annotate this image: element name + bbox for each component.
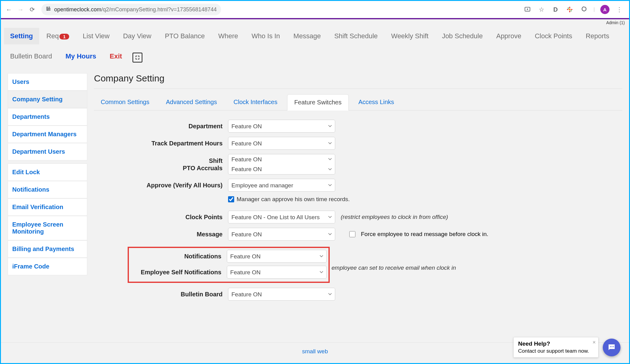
subtab-advanced[interactable]: Advanced Settings bbox=[159, 94, 224, 110]
profile-avatar[interactable]: A bbox=[600, 5, 609, 14]
primary-nav: Setting Req1 List View Day View PTO Bala… bbox=[1, 26, 629, 66]
chat-bubble-icon[interactable] bbox=[603, 339, 621, 356]
url-path: /q2/mCompanySetting.html?v=1735568148744 bbox=[101, 6, 217, 13]
svg-point-15 bbox=[613, 346, 614, 347]
fullscreen-icon[interactable] bbox=[133, 53, 142, 62]
help-title: Need Help? bbox=[518, 340, 589, 347]
tab-day-view[interactable]: Day View bbox=[117, 28, 158, 44]
subtab-common[interactable]: Common Settings bbox=[94, 94, 156, 110]
bookmark-star-icon[interactable]: ☆ bbox=[537, 5, 546, 14]
browser-menu-icon[interactable]: ⋮ bbox=[615, 5, 624, 14]
svg-point-12 bbox=[571, 10, 572, 12]
link-go-to-top[interactable]: Go To Top bbox=[478, 363, 509, 364]
label-notifications: Notifications bbox=[131, 253, 221, 260]
subtab-bar: Common Settings Advanced Settings Clock … bbox=[94, 94, 622, 111]
sidebar-item-iframe[interactable]: iFrame Code bbox=[8, 258, 87, 275]
tab-pto-balance[interactable]: PTO Balance bbox=[159, 28, 211, 44]
site-settings-icon[interactable] bbox=[46, 6, 51, 13]
select-bulletin-board[interactable]: Feature ON bbox=[228, 288, 335, 301]
sidebar-item-notifications[interactable]: Notifications bbox=[8, 181, 87, 198]
select-message[interactable]: Feature ON bbox=[228, 228, 335, 241]
close-icon[interactable]: × bbox=[592, 339, 596, 346]
svg-point-11 bbox=[568, 8, 569, 9]
sidebar-item-email-verification[interactable]: Email Verification bbox=[8, 198, 87, 216]
sidebar-item-dept-users[interactable]: Department Users bbox=[8, 143, 87, 160]
label-shift: Shift bbox=[94, 157, 223, 164]
link-brand[interactable]: OpenTimeClock.com bbox=[121, 363, 180, 364]
tab-where[interactable]: Where bbox=[212, 28, 244, 44]
label-track-dept-hours: Track Department Hours bbox=[94, 140, 223, 147]
svg-rect-0 bbox=[47, 7, 48, 8]
highlight-notifications: Notifications Feature ON Employee Self N… bbox=[128, 247, 330, 283]
select-notifications[interactable]: Feature ON bbox=[227, 250, 327, 263]
note-self-notifications: employee can set to receive email when c… bbox=[332, 265, 456, 271]
select-self-notifications[interactable]: Feature ON bbox=[227, 266, 327, 279]
subtab-feature-switches[interactable]: Feature Switches bbox=[287, 94, 349, 111]
tab-shift-schedule[interactable]: Shift Schedule bbox=[328, 28, 384, 44]
sidebar-item-company-setting[interactable]: Company Setting bbox=[8, 91, 87, 108]
url-bar[interactable]: opentimeclock.com/q2/mCompanySetting.htm… bbox=[41, 4, 221, 15]
tab-reports[interactable]: Reports bbox=[579, 28, 615, 44]
sidebar-item-users[interactable]: Users bbox=[8, 73, 87, 91]
tab-list-view[interactable]: List View bbox=[77, 28, 116, 44]
sidebar-item-departments[interactable]: Departments bbox=[8, 108, 87, 126]
checkbox-force-read-message[interactable] bbox=[349, 231, 355, 237]
label-bulletin-board: Bulletin Board bbox=[94, 291, 223, 298]
select-clock-points[interactable]: Feature ON - One List to All Users bbox=[228, 211, 335, 223]
select-department[interactable]: Feature ON bbox=[228, 120, 335, 133]
tab-weekly-shift[interactable]: Weekly Shift bbox=[385, 28, 435, 44]
tab-request-label: Req bbox=[47, 32, 59, 40]
svg-point-14 bbox=[612, 346, 613, 347]
tab-clock-points[interactable]: Clock Points bbox=[529, 28, 578, 44]
reload-icon[interactable]: ⟳ bbox=[28, 5, 36, 14]
forward-icon[interactable]: → bbox=[16, 5, 25, 14]
sidebar-item-billing[interactable]: Billing and Payments bbox=[8, 240, 87, 258]
settings-sidebar: Users Company Setting Departments Depart… bbox=[8, 73, 87, 305]
tab-my-hours[interactable]: My Hours bbox=[59, 48, 102, 65]
subtab-clock-interfaces[interactable]: Clock Interfaces bbox=[227, 94, 284, 110]
checkbox-manager-approve-own[interactable] bbox=[228, 196, 234, 202]
admin-indicator: Admin (1) bbox=[1, 19, 629, 26]
label-approve: Approve (Verify All Hours) bbox=[94, 182, 223, 189]
tab-job-schedule[interactable]: Job Schedule bbox=[436, 28, 489, 44]
page-title: Company Setting bbox=[94, 73, 622, 89]
svg-point-7 bbox=[569, 7, 570, 9]
link-video[interactable]: Video bbox=[414, 363, 433, 364]
svg-point-9 bbox=[567, 9, 569, 10]
tab-bulletin-board[interactable]: Bulletin Board bbox=[4, 48, 58, 65]
extension-d-icon[interactable]: D bbox=[551, 5, 560, 14]
help-subtitle: Contact our support team now. bbox=[518, 348, 589, 354]
svg-point-2 bbox=[49, 7, 50, 8]
subtab-access-links[interactable]: Access Links bbox=[352, 94, 401, 110]
label-message: Message bbox=[94, 231, 223, 238]
extension-flower-icon[interactable] bbox=[565, 5, 574, 14]
tab-request[interactable]: Req1 bbox=[40, 28, 76, 44]
install-app-icon[interactable] bbox=[523, 5, 532, 14]
help-card[interactable]: × Need Help? Contact our support team no… bbox=[513, 337, 598, 358]
help-widget: × Need Help? Contact our support team no… bbox=[513, 337, 621, 358]
link-desktop-app[interactable]: desktop/phone app bbox=[358, 363, 413, 364]
link-manual[interactable]: Manual bbox=[435, 363, 459, 364]
select-shift[interactable]: Feature ON bbox=[228, 154, 335, 164]
note-clock-points: (restrict employees to clock in from off… bbox=[341, 214, 448, 220]
tab-setting[interactable]: Setting bbox=[4, 28, 39, 44]
tab-approve[interactable]: Approve bbox=[490, 28, 527, 44]
sidebar-item-monitoring[interactable]: Employee Screen Monitoring bbox=[8, 216, 87, 240]
sidebar-item-edit-lock[interactable]: Edit Lock bbox=[8, 163, 87, 181]
svg-rect-1 bbox=[47, 9, 50, 9]
feature-switches-form: Department Feature ON Track Department H… bbox=[94, 111, 622, 301]
tab-exit[interactable]: Exit bbox=[103, 48, 128, 65]
tab-message[interactable]: Message bbox=[287, 28, 327, 44]
tab-who-is-in[interactable]: Who Is In bbox=[246, 28, 286, 44]
select-approve[interactable]: Employee and manager bbox=[228, 179, 335, 192]
label-clock-points: Clock Points bbox=[94, 214, 223, 221]
select-pto-accruals[interactable]: Feature ON bbox=[228, 164, 335, 174]
select-track-dept-hours[interactable]: Feature ON bbox=[228, 137, 335, 150]
label-pto-accruals: PTO Accruals bbox=[94, 164, 223, 172]
label-manager-approve-own: Manager can approve his own time records… bbox=[237, 196, 350, 203]
back-icon[interactable]: ← bbox=[5, 5, 13, 14]
svg-point-8 bbox=[569, 11, 570, 12]
label-force-read-message: Force employee to read message before cl… bbox=[361, 231, 488, 238]
sidebar-item-dept-managers[interactable]: Department Managers bbox=[8, 126, 87, 143]
extensions-puzzle-icon[interactable] bbox=[579, 5, 588, 14]
